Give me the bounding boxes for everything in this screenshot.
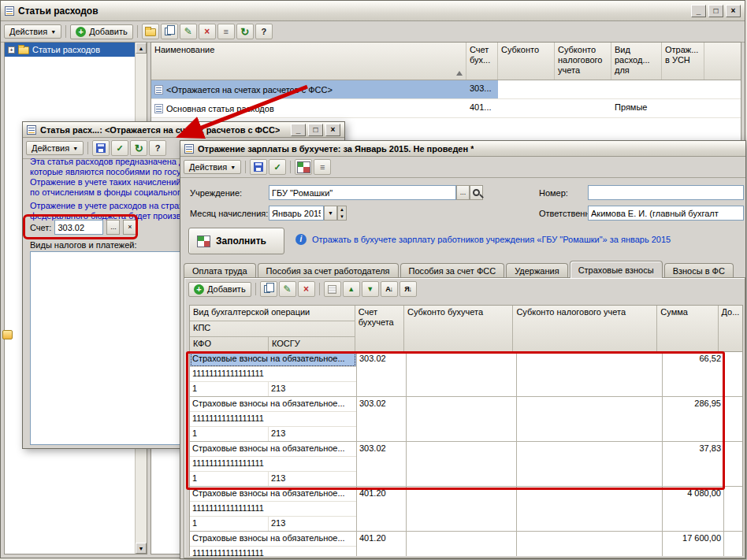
item-titlebar[interactable]: Статья расх...: <Отражается на счетах ра… <box>23 122 344 138</box>
kps-value[interactable]: 11111111111111111 <box>190 367 356 382</box>
cell-tax-subconto[interactable] <box>517 442 663 486</box>
cell-tax-subconto[interactable] <box>555 80 611 98</box>
account-clear-button[interactable]: × <box>123 220 136 235</box>
kfo-value[interactable]: 1 <box>190 517 269 531</box>
edit-button[interactable]: ✎ <box>180 24 197 39</box>
cell-operation[interactable]: Страховые взносы на обязательное... 1111… <box>190 352 357 396</box>
save-button[interactable] <box>250 159 267 175</box>
kps-value[interactable]: 11111111111111111 <box>190 547 356 556</box>
column-header-operation[interactable]: Вид бухгалтерской операции КПС КФО КОСГУ <box>190 306 355 351</box>
column-header-doc[interactable]: До... <box>719 306 743 351</box>
column-header-subconto[interactable]: Субконто бухучета <box>404 306 513 351</box>
dtkt-button[interactable] <box>295 159 312 175</box>
grid-move-down-button[interactable]: ▼ <box>362 281 379 297</box>
cell-tax-subconto[interactable] <box>517 397 663 441</box>
cell-account[interactable]: 303.02 <box>357 397 407 441</box>
month-spinner[interactable]: ▲ ▼ <box>337 206 347 221</box>
cell-expense-kind[interactable] <box>611 80 662 98</box>
kosgu-value[interactable]: 213 <box>269 382 356 396</box>
tab-contributions-fss[interactable]: Взносы в ФС <box>664 263 734 278</box>
column-header-subconto[interactable]: Субконто <box>498 43 555 80</box>
tab-salary[interactable]: Оплата труда <box>184 263 256 278</box>
kfo-value[interactable]: 1 <box>190 382 269 396</box>
cell-subconto[interactable] <box>407 442 517 486</box>
tab-benefits-fss[interactable]: Пособия за счет ФСС <box>400 263 505 278</box>
operation-text[interactable]: Страховые взносы на обязательное... <box>190 487 356 502</box>
cell-operation[interactable]: Страховые взносы на обязательное... 1111… <box>190 442 357 486</box>
kosgu-value[interactable]: 213 <box>269 427 356 441</box>
grid-edit-button[interactable]: ✎ <box>279 281 296 297</box>
close-button[interactable]: × <box>726 5 741 17</box>
minimize-button[interactable]: _ <box>691 5 706 17</box>
ok-button[interactable]: ✓ <box>111 140 128 156</box>
operation-text[interactable]: Страховые взносы на обязательное... <box>190 532 356 547</box>
institution-choose-button[interactable]: ... <box>456 185 470 200</box>
expense-items-titlebar[interactable]: Статьи расходов _ □ × <box>1 1 745 21</box>
month-input[interactable] <box>269 206 324 221</box>
scroll-up-icon[interactable]: ▲ <box>136 43 147 54</box>
table-row[interactable]: Основная статья расходов 401... Прямые <box>151 99 741 118</box>
table-row[interactable]: <Отражается на счетах расчетов с ФСС> 30… <box>151 80 741 99</box>
column-header-account[interactable]: Счет бухучета <box>355 306 404 351</box>
cell-tax-subconto[interactable] <box>517 352 663 396</box>
grid-move-up-button[interactable]: ▲ <box>343 281 360 297</box>
cell-expense-kind[interactable]: Прямые <box>611 99 662 117</box>
responsible-input[interactable] <box>588 206 744 221</box>
cell-sum[interactable]: 17 600,00 <box>663 532 724 556</box>
column-header-usn[interactable]: Отраж... в УСН <box>662 43 704 80</box>
cell-sum[interactable]: 37,83 <box>663 442 724 486</box>
cell-doc[interactable] <box>724 397 742 441</box>
grid-row[interactable]: Страховые взносы на обязательное... 1111… <box>190 487 742 532</box>
cell-sum[interactable]: 4 080,00 <box>663 487 724 531</box>
spin-down-icon[interactable]: ▼ <box>338 213 346 221</box>
cell-account[interactable]: 401.20 <box>357 532 407 556</box>
number-input[interactable] <box>588 185 744 200</box>
help-button[interactable]: ? <box>149 140 166 156</box>
month-dropdown-button[interactable]: ▼ <box>324 206 337 221</box>
cell-subconto[interactable] <box>407 487 517 531</box>
column-header-tax-subconto[interactable]: Субконто налогового учета <box>513 306 657 351</box>
cell-tax-subconto[interactable] <box>555 99 611 117</box>
tab-deductions[interactable]: Удержания <box>506 263 567 278</box>
structure-button[interactable]: ≡ <box>314 159 331 175</box>
close-button[interactable]: × <box>325 124 340 136</box>
kosgu-value[interactable]: 213 <box>269 472 356 486</box>
cell-tax-subconto[interactable] <box>517 487 663 531</box>
tree-item-expense-items[interactable]: + Статьи расходов <box>5 43 135 57</box>
add-button[interactable]: + Добавить <box>70 24 133 39</box>
cell-tax-subconto[interactable] <box>517 532 663 556</box>
kps-value[interactable]: 11111111111111111 <box>190 457 356 472</box>
cell-account[interactable]: 401.20 <box>357 487 407 531</box>
grid-row[interactable]: Страховые взносы на обязательное... 1111… <box>190 532 742 556</box>
grid-add-button[interactable]: + Добавить <box>188 282 251 297</box>
cell-doc[interactable] <box>724 532 742 556</box>
institution-input[interactable] <box>269 185 456 200</box>
account-choose-button[interactable]: ... <box>106 220 120 235</box>
grid-row[interactable]: Страховые взносы на обязательное... 1111… <box>190 442 742 487</box>
kosgu-value[interactable]: 213 <box>269 517 356 531</box>
grid-sort-desc-button[interactable]: Я↓ <box>400 281 417 297</box>
account-input[interactable] <box>54 220 103 235</box>
grid-end-edit-button[interactable] <box>324 281 341 297</box>
column-header-expense-kind[interactable]: Вид расход... для <box>611 43 662 80</box>
hierarchy-button[interactable]: ≡ <box>217 24 235 39</box>
cell-doc[interactable] <box>724 487 742 531</box>
kps-value[interactable]: 11111111111111111 <box>190 412 356 427</box>
cell-account[interactable]: 303.02 <box>357 442 407 486</box>
grid-delete-button[interactable]: × <box>298 281 315 297</box>
kfo-value[interactable]: 1 <box>190 472 269 486</box>
cell-operation[interactable]: Страховые взносы на обязательное... 1111… <box>190 532 357 556</box>
operation-text[interactable]: Страховые взносы на обязательное... <box>190 397 356 412</box>
refresh-button[interactable]: ↻ <box>236 24 254 39</box>
cell-sum[interactable]: 66,52 <box>663 352 724 396</box>
operation-text[interactable]: Страховые взносы на обязательное... <box>190 442 356 457</box>
doc-titlebar[interactable]: Отражение зарплаты в бухучете: за Январь… <box>180 141 745 157</box>
cell-account[interactable]: 303.02 <box>357 352 407 396</box>
cell-subconto[interactable] <box>498 80 555 98</box>
grid-row[interactable]: Страховые взносы на обязательное... 1111… <box>190 397 742 442</box>
copy-button[interactable] <box>161 24 178 39</box>
delete-button[interactable]: × <box>199 24 216 39</box>
operation-text[interactable]: Страховые взносы на обязательное... <box>190 352 356 367</box>
cell-usn[interactable] <box>662 99 704 117</box>
tab-benefits-employer[interactable]: Пособия за счет работодателя <box>258 263 399 278</box>
